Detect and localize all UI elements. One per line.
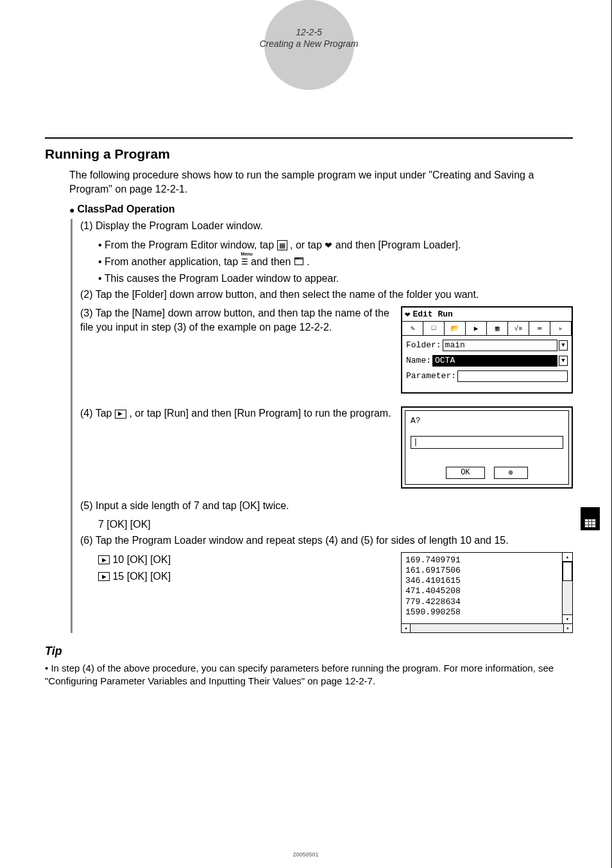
dropdown-heart-icon: ❤ (325, 239, 332, 252)
scroll-thumb[interactable] (563, 562, 572, 581)
step-3: (3) Tap the [Name] down arrow button, an… (80, 306, 392, 335)
name-value: OCTA (435, 356, 455, 365)
toolbar-window-icon[interactable]: ▦ (487, 322, 508, 335)
dialog-prompt: A? (411, 416, 563, 426)
program-app-icon: 🗔 (294, 254, 304, 270)
page-ref: 12-2-5 (259, 27, 358, 37)
operation-title: ●ClassPad Operation (69, 204, 573, 215)
step-1b-post: . (307, 256, 309, 267)
loader-window-icon: ▦ (277, 240, 287, 250)
operation-title-text: ClassPad Operation (77, 204, 174, 214)
step-6a: ▶ 10 [OK] [OK] (98, 552, 392, 568)
run-play-icon-3: ▶ (98, 572, 110, 581)
step-1c: • This causes the Program Loader window … (98, 271, 573, 286)
run-play-icon-2: ▶ (98, 555, 110, 564)
toolbar-edit-icon[interactable]: ✎ (402, 322, 423, 335)
name-dropdown[interactable]: OCTA (432, 355, 557, 367)
footer-date: 20050501 (293, 851, 318, 858)
name-label: Name: (406, 356, 431, 365)
program-loader-title: Edit Run (412, 309, 452, 319)
dialog-cancel-button[interactable]: ⊗ (494, 467, 528, 479)
parameter-label: Parameter: (406, 371, 456, 381)
step-6b-text: 15 [OK] [OK] (112, 571, 171, 582)
output-text: 169.7409791 161.6917506 346.4101615 471.… (402, 553, 562, 623)
step-1a: • From the Program Editor window, tap ▦ … (98, 238, 573, 253)
menu-icon-label: Menu (241, 251, 253, 258)
dialog-input[interactable]: | (411, 436, 563, 449)
step-5: (5) Input a side length of 7 and tap [OK… (80, 499, 573, 513)
scroll-down-icon[interactable]: ▾ (563, 614, 572, 623)
step-4: (4) Tap ▶ , or tap [Run] and then [Run P… (80, 406, 392, 421)
input-dialog: A? | OK ⊗ (401, 406, 573, 489)
name-dropdown-arrow-icon[interactable]: ▼ (559, 356, 568, 366)
section-title: Running a Program (45, 146, 573, 162)
folder-dropdown[interactable]: main (443, 340, 557, 351)
dialog-ok-button[interactable]: OK (446, 467, 484, 479)
section-rule (45, 137, 573, 139)
scroll-up-icon[interactable]: ▴ (563, 553, 572, 562)
step-6: (6) Tap the Program Loader window and re… (80, 534, 573, 548)
side-calculator-icon (581, 507, 600, 530)
menu-icon: Menu☰ (241, 256, 248, 268)
tip-body: • In step (4) of the above procedure, yo… (45, 662, 573, 688)
step-1a-mid: , or tap (290, 239, 325, 250)
toolbar-run-icon[interactable]: ▶ (466, 322, 487, 335)
app-heart-icon: ❤ (405, 309, 410, 320)
toolbar-open-icon[interactable]: 📂 (445, 322, 466, 335)
folder-label: Folder: (406, 340, 441, 350)
toolbar-list-icon[interactable]: ≔ (529, 322, 550, 335)
step-2: (2) Tap the [Folder] down arrow button, … (80, 288, 573, 302)
toolbar-more-icon[interactable]: ▹ (550, 322, 572, 335)
bullet-icon: ● (69, 205, 74, 215)
step-1b: • From another application, tap Menu☰ an… (98, 254, 573, 270)
vertical-scrollbar[interactable]: ▴ ▾ (562, 553, 572, 623)
toolbar-math-icon[interactable]: √∝ (508, 322, 529, 335)
program-loader-toolbar: ✎ □ 📂 ▶ ▦ √∝ ≔ ▹ (402, 322, 572, 336)
page-subtitle: Creating a New Program (259, 39, 358, 49)
program-loader-window: ❤ Edit Run ✎ □ 📂 ▶ ▦ √∝ ≔ ▹ (401, 306, 573, 394)
step-6a-text: 10 [OK] [OK] (112, 554, 171, 565)
step-4-post: , or tap [Run] and then [Run Program] to… (129, 408, 391, 419)
step-5a: 7 [OK] [OK] (98, 517, 573, 532)
header-badge: 12-2-5 Creating a New Program (45, 19, 573, 112)
run-play-icon: ▶ (115, 410, 126, 419)
parameter-input[interactable] (457, 370, 568, 382)
folder-dropdown-arrow-icon[interactable]: ▼ (559, 340, 568, 351)
intro-paragraph: The following procedure shows how to run… (69, 168, 573, 196)
horizontal-scrollbar[interactable]: ◂ ▸ (402, 623, 572, 632)
toolbar-new-icon[interactable]: □ (423, 322, 445, 335)
output-window: 169.7409791 161.6917506 346.4101615 471.… (401, 552, 573, 633)
scroll-right-icon[interactable]: ▸ (563, 624, 572, 632)
program-loader-titlebar: ❤ Edit Run (402, 308, 572, 322)
step-1a-pre: • From the Program Editor window, tap (98, 239, 277, 250)
step-1: (1) Display the Program Loader window. (80, 219, 573, 233)
scroll-left-icon[interactable]: ◂ (402, 624, 411, 632)
tip-title: Tip (45, 645, 573, 658)
step-4-pre: (4) Tap (80, 408, 115, 419)
step-1b-mid: and then (251, 256, 294, 267)
step-1b-pre: • From another application, tap (98, 256, 241, 267)
step-6b: ▶ 15 [OK] [OK] (98, 569, 392, 584)
folder-value: main (445, 340, 465, 350)
step-1a-post: and then [Program Loader]. (336, 239, 461, 250)
